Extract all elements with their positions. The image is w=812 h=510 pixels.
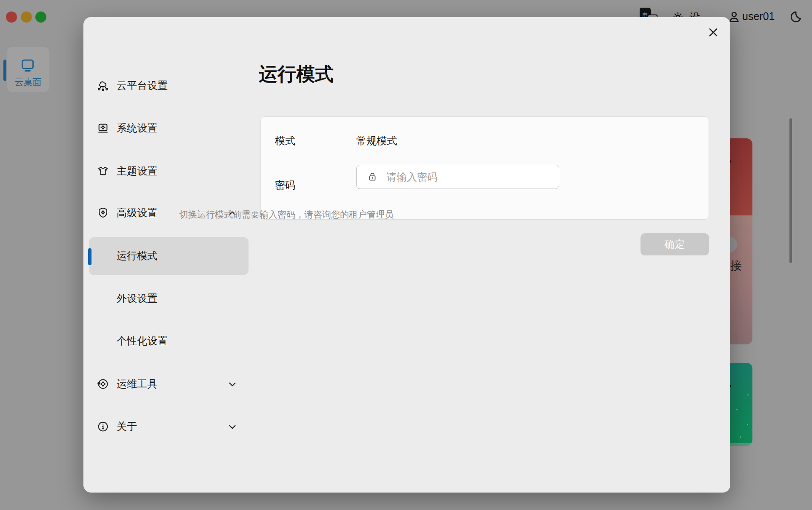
run-mode-panel: 模式 常规模式 密码 [260,116,709,220]
menu-item-peripheral-settings[interactable]: 外设设置 [89,279,249,318]
password-hint: 切换运行模式前需要输入密码，请咨询您的租户管理员 [179,209,394,221]
menu-item-label: 高级设置 [117,206,157,220]
menu-item-label: 关于 [117,420,137,433]
close-icon[interactable] [706,25,721,40]
menu-item-run-mode[interactable]: 运行模式 [89,237,249,275]
menu-item-label: 外设设置 [117,292,157,305]
chevron-down-icon [227,379,238,390]
screen: 电 设置 user01 [0,0,812,510]
about-icon [97,420,109,433]
ops-tools-icon [97,378,109,390]
password-label: 密码 [275,178,295,192]
menu-item-label: 运维工具 [117,377,157,391]
mode-value: 常规模式 [356,134,397,148]
menu-item-ops-tools[interactable]: 运维工具 [89,365,249,403]
menu-item-label: 运行模式 [117,249,157,263]
system-settings-icon [97,122,109,135]
ok-button[interactable]: 确定 [640,233,709,255]
cloud-platform-icon [97,79,109,92]
settings-modal: 云平台设置 系统设置 主题设置 [83,17,730,493]
menu-item-cloud-platform-settings[interactable]: 云平台设置 [89,66,249,105]
chevron-down-icon [227,421,238,433]
mode-label: 模式 [275,134,295,148]
menu-item-personalization-settings[interactable]: 个性化设置 [89,322,249,360]
menu-item-system-settings[interactable]: 系统设置 [89,109,249,147]
menu-item-about[interactable]: 关于 [89,407,249,446]
menu-item-theme-settings[interactable]: 主题设置 [89,152,249,190]
menu-item-label: 云平台设置 [117,79,168,92]
menu-item-label: 个性化设置 [117,334,168,348]
menu-item-label: 系统设置 [117,121,157,135]
theme-settings-icon [97,165,109,178]
password-input[interactable] [356,165,559,189]
advanced-settings-icon [97,206,109,219]
page-title: 运行模式 [259,62,334,87]
menu-item-label: 主题设置 [117,164,157,178]
